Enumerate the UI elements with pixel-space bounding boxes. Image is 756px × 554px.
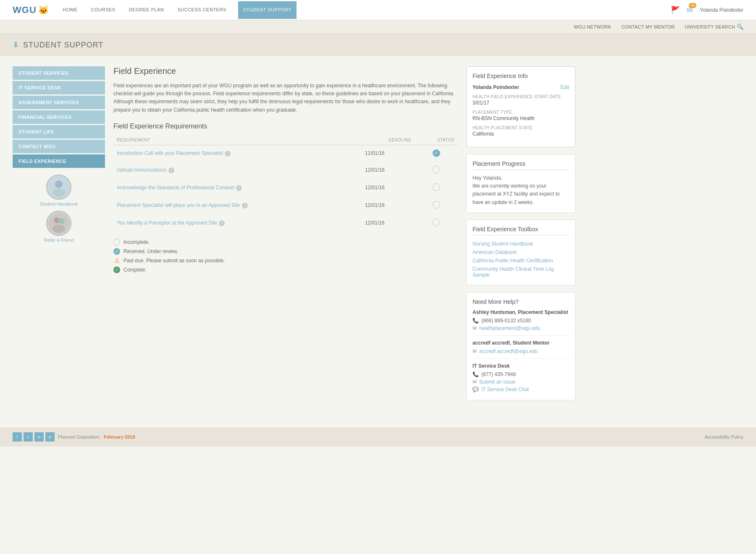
accessibility-policy-link[interactable]: Accessibility Policy <box>705 434 743 439</box>
user-name[interactable]: Yolanda Poindexter <box>700 7 743 13</box>
nav-success-centers[interactable]: SUCCESS CENTERS <box>176 1 228 19</box>
mentor-email-link[interactable]: accredf.accredf@wgu.edu <box>479 348 538 354</box>
content-title: Field Experience <box>113 66 458 76</box>
it-chat-link[interactable]: IT Service Desk Chat <box>481 387 529 392</box>
sub-nav-network[interactable]: WGU NETWORK <box>574 24 611 29</box>
info-icon-2[interactable]: i <box>236 185 242 191</box>
info-user-name: Yolanda Poindexter <box>472 84 519 90</box>
info-icon-3[interactable]: i <box>242 203 248 209</box>
svg-point-6 <box>52 225 65 233</box>
main-layout: STUDENT SERVICES IT SERVICE DESK ASSESSM… <box>0 56 588 410</box>
refer-friend-label: Refer a Friend <box>44 238 74 243</box>
req-link-1[interactable]: Upload Immunizations <box>117 167 167 173</box>
table-row: Acknowledge the Standards of Professiona… <box>113 179 458 196</box>
submit-issue-row: ✉ Submit an Issue <box>472 379 569 385</box>
nav-home[interactable]: HOME <box>61 1 79 19</box>
nav-courses[interactable]: COURSES <box>89 1 117 19</box>
student-handbook-link[interactable]: Student Handbook <box>39 175 78 206</box>
it-phone-icon: 📞 <box>472 371 479 377</box>
flag-button[interactable]: 🚩 <box>671 5 680 15</box>
legend-complete: ✓ Complete. <box>113 267 458 273</box>
toolbox-link-2[interactable]: California Public Health Certification <box>472 256 569 265</box>
legend-complete-icon: ✓ <box>113 267 120 273</box>
legend: Incomplete. ✓ Received. Under review. ⚠ … <box>113 239 458 273</box>
email-icon: ✉ <box>472 325 477 331</box>
svg-point-5 <box>59 218 65 224</box>
mentor-label: accredf accredf, Student Mentor <box>472 340 569 346</box>
svg-point-2 <box>52 188 65 197</box>
legend-incomplete-label: Incomplete. <box>123 239 150 245</box>
status-empty-icon-3 <box>433 201 440 209</box>
deadline-0: 11/01/16 <box>362 145 415 161</box>
legend-complete-label: Complete. <box>123 267 147 273</box>
sub-nav-university-search[interactable]: UNIVERSITY SEARCH 🔍 <box>685 24 743 30</box>
svg-point-1 <box>55 180 63 188</box>
info-icon-1[interactable]: i <box>168 167 174 173</box>
sidebar-item-student-services[interactable]: STUDENT SERVICES <box>13 66 105 80</box>
info-icon-4[interactable]: i <box>219 220 225 226</box>
req-link-4[interactable]: You Identify a Preceptor at the Approved… <box>117 220 217 226</box>
placement-greeting: Hey Yolanda, We are currently working on… <box>472 174 569 206</box>
toolbox-link-3[interactable]: Community Health Clinical Time Log Sampl… <box>472 265 569 279</box>
status-2 <box>415 179 458 196</box>
legend-incomplete: Incomplete. <box>113 239 458 246</box>
page-header: ⬇ STUDENT SUPPORT <box>0 34 756 56</box>
legend-pastdue-label: Past due. Please submit as soon as possi… <box>123 258 225 264</box>
student-handbook-image <box>46 175 71 200</box>
svg-point-4 <box>54 217 60 223</box>
table-row: Upload Immunizationsi12/01/16 <box>113 161 458 179</box>
sidebar-item-financial-services[interactable]: FINANCIAL SERVICES <box>13 110 105 124</box>
sidebar-item-field-experience[interactable]: FIELD EXPERIENCE <box>13 154 105 168</box>
mentor-email-icon: ✉ <box>472 348 477 354</box>
contact-name-0: Ashley Huntsman, Placement Specialist <box>472 309 569 315</box>
legend-empty-icon <box>113 239 120 246</box>
sub-nav-contact-mentor[interactable]: CONTACT MY MENTOR <box>621 24 675 29</box>
placement-progress-title: Placement Progress <box>472 160 569 170</box>
placement-state-value: California <box>472 131 569 137</box>
sidebar-item-student-life[interactable]: STUDENT LIFE <box>13 125 105 138</box>
req-link-0[interactable]: Introduction Call with your Placement Sp… <box>117 150 223 156</box>
start-date-value: 3/01/17 <box>472 100 569 106</box>
nav-student-support[interactable]: STUDENT SUPPORT <box>238 1 297 19</box>
status-empty-icon-4 <box>433 219 440 226</box>
footer-grad-label: Planned Graduation: <box>58 434 100 439</box>
nav-degree-plan[interactable]: DEGREE PLAN <box>127 1 166 19</box>
top-right-controls: 🚩 ✉ 89 Yolanda Poindexter <box>671 5 743 15</box>
it-desk-title: IT Service Desk <box>472 363 569 369</box>
legend-pastdue-icon: ⚠ <box>113 257 120 264</box>
logo-icon: 🐱 <box>38 5 49 15</box>
contact-phone-0: 📞 (866) 889-0132 x5180 <box>472 318 569 324</box>
info-icon-0[interactable]: i <box>225 151 231 157</box>
edit-link[interactable]: Edit <box>560 84 569 90</box>
info-name-row: Yolanda Poindexter Edit <box>472 84 569 90</box>
mail-button[interactable]: ✉ 89 <box>687 5 693 15</box>
submit-issue-link[interactable]: Submit an Issue <box>479 379 515 385</box>
refer-friend-link[interactable]: Refer a Friend <box>44 211 74 243</box>
table-row: Introduction Call with your Placement Sp… <box>113 145 458 161</box>
status-complete-icon-0: ✓ <box>433 149 440 157</box>
req-link-3[interactable]: Placement Specialist will place you in a… <box>117 202 240 208</box>
legend-pastdue: ⚠ Past due. Please submit as soon as pos… <box>113 257 458 264</box>
main-nav: HOME COURSES DEGREE PLAN SUCCESS CENTERS… <box>61 1 671 19</box>
requirements-table: REQUIREMENT DEADLINE STATUS Introduction… <box>113 135 458 232</box>
sidebar-item-contact-wgu[interactable]: CONTACT WGU <box>13 140 105 153</box>
info-card-title: Field Experience Info <box>472 73 569 79</box>
contact-email-link-0[interactable]: healthplacement@wgu.edu <box>479 325 541 331</box>
logo[interactable]: WGU 🐱 <box>13 5 49 16</box>
logo-text: WGU <box>13 5 37 16</box>
footer-logo-1: f <box>13 432 22 442</box>
sidebar-item-assessment-services[interactable]: ASSESSMENT SERVICES <box>13 96 105 109</box>
divider-2 <box>472 358 569 359</box>
sidebar-item-it-service-desk[interactable]: IT SERVICE DESK <box>13 81 105 94</box>
it-chat-icon: 💬 <box>472 387 479 392</box>
toolbox-link-1[interactable]: American Databank <box>472 248 569 256</box>
deadline-3: 12/01/16 <box>362 196 415 214</box>
toolbox-link-0[interactable]: Nursing Student Handbook <box>472 240 569 248</box>
req-link-2[interactable]: Acknowledge the Standards of Professiona… <box>117 185 234 191</box>
footer-left: f t in yt Planned Graduation: February 2… <box>13 432 135 442</box>
table-row: Placement Specialist will place you in a… <box>113 196 458 214</box>
divider-1 <box>472 335 569 336</box>
status-empty-icon-1 <box>433 166 440 173</box>
status-3 <box>415 196 458 214</box>
placement-state-label: HEALTH PLACEMENT STATE: <box>472 125 569 130</box>
